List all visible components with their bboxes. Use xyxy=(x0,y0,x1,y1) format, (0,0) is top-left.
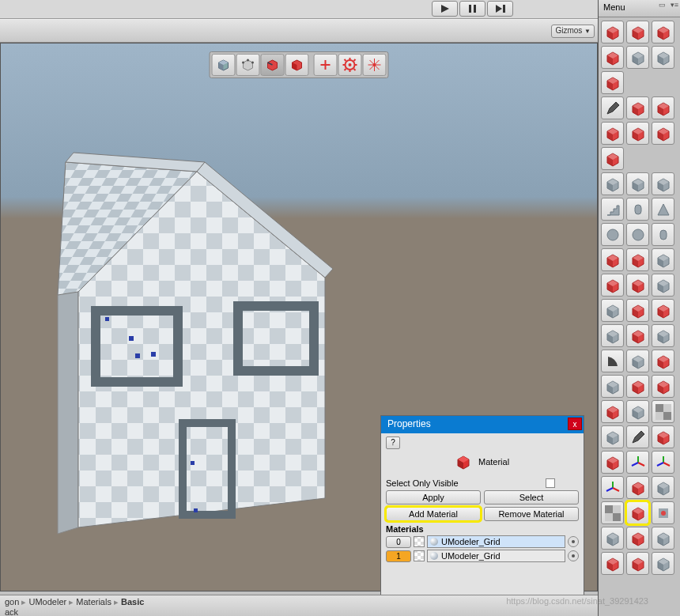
tool-cube-gray[interactable] xyxy=(626,172,649,195)
tool-red-disc[interactable] xyxy=(626,122,649,145)
properties-title-bar[interactable]: Properties x xyxy=(381,416,584,433)
menu-dropdown-icon[interactable]: ▾≡ xyxy=(671,1,678,9)
tool-gray-cube-small[interactable] xyxy=(652,248,674,271)
tool-red-cube-wire[interactable] xyxy=(652,21,674,43)
tool-cylinder[interactable] xyxy=(626,198,649,221)
tool-square-gray[interactable] xyxy=(652,476,674,499)
tool-pen[interactable] xyxy=(601,96,624,119)
properties-close-button[interactable]: x xyxy=(568,418,582,430)
add-button[interactable] xyxy=(314,54,338,76)
tool-stair-red[interactable] xyxy=(626,476,649,499)
tool-cube-half-red[interactable] xyxy=(626,299,649,322)
tool-red-up[interactable] xyxy=(626,248,649,271)
tool-stairs[interactable] xyxy=(601,198,624,221)
tool-red-gem[interactable] xyxy=(601,21,624,43)
tool-red-lines[interactable] xyxy=(652,375,674,398)
material-picker-1[interactable] xyxy=(568,550,579,561)
tool-cube-wire[interactable] xyxy=(601,425,624,448)
tool-cubes-red-gray[interactable] xyxy=(652,299,674,322)
step-button[interactable] xyxy=(487,1,513,17)
face-mode-button[interactable] xyxy=(285,54,309,76)
breadcrumb-item[interactable]: UModeler xyxy=(28,597,66,607)
tool-dark-shape[interactable] xyxy=(601,350,624,372)
edge-mode-button[interactable] xyxy=(261,54,285,76)
minimize-icon[interactable]: ▭ xyxy=(659,1,666,9)
tool-red-rotate[interactable] xyxy=(601,71,624,94)
remove-material-button[interactable]: Remove Material xyxy=(484,507,579,521)
tool-cube-gray3[interactable] xyxy=(601,299,624,322)
apply-button[interactable]: Apply xyxy=(386,490,481,505)
tool-arrow-up-red[interactable] xyxy=(601,46,624,69)
tool-knob[interactable] xyxy=(652,501,674,524)
tool-disc-lines[interactable] xyxy=(601,223,624,246)
tool-red-multi[interactable] xyxy=(601,552,624,575)
tool-checker2[interactable] xyxy=(601,501,624,524)
tool-axes-rgb2[interactable] xyxy=(652,451,674,474)
material-field-0[interactable]: UModeler_Grid xyxy=(427,535,565,548)
tool-cube-gray5[interactable] xyxy=(601,375,624,398)
tool-box-red[interactable] xyxy=(601,274,624,297)
tool-red-multi2[interactable] xyxy=(626,552,649,575)
tool-checker[interactable] xyxy=(652,400,674,423)
add-material-button[interactable]: Add Material xyxy=(386,507,481,521)
tool-gray-eraser[interactable] xyxy=(626,350,649,372)
tool-cube-gray6[interactable] xyxy=(626,400,649,423)
tool-box-red-up[interactable] xyxy=(626,274,649,297)
tool-red-chip[interactable] xyxy=(626,501,649,524)
tool-axes-rgb3[interactable] xyxy=(601,476,624,499)
tool-red-cube3[interactable] xyxy=(626,527,649,550)
vertex-mode-button[interactable] xyxy=(236,54,260,76)
pause-button[interactable] xyxy=(459,1,485,17)
tool-boxes-gray[interactable] xyxy=(652,274,674,297)
svg-rect-48 xyxy=(135,353,140,358)
tool-cube-gray4[interactable] xyxy=(601,324,624,347)
svg-rect-52 xyxy=(194,508,198,512)
gizmos-dropdown[interactable]: Gizmos ▼ xyxy=(551,25,595,38)
material-swatch-0[interactable] xyxy=(414,536,425,547)
tool-dots-red[interactable] xyxy=(601,451,624,474)
tool-gray-cube[interactable] xyxy=(626,46,649,69)
tool-red-cube-up[interactable] xyxy=(601,248,624,271)
tool-gray-cube7[interactable] xyxy=(601,527,624,550)
tool-cube-gray2[interactable] xyxy=(652,172,674,195)
material-picker-0[interactable] xyxy=(568,536,579,547)
tool-red-rect[interactable] xyxy=(601,147,624,170)
settings-button[interactable] xyxy=(338,54,362,76)
material-field-1[interactable]: UModeler_Grid xyxy=(427,550,565,562)
tool-sphere[interactable] xyxy=(626,223,649,246)
tool-red-door[interactable] xyxy=(652,425,674,448)
tool-curve-red[interactable] xyxy=(652,96,674,119)
tool-spheres-gray[interactable] xyxy=(601,172,624,195)
tool-gray-box[interactable] xyxy=(652,552,674,575)
tool-gray-cyl[interactable] xyxy=(652,527,674,550)
tool-line-red[interactable] xyxy=(626,96,649,119)
svg-line-188 xyxy=(606,488,613,491)
breadcrumb-item[interactable]: gon xyxy=(5,597,19,607)
tool-gray-cube-outline[interactable] xyxy=(652,46,674,69)
tool-axes-rgb[interactable] xyxy=(626,451,649,474)
pivot-button[interactable] xyxy=(363,54,387,76)
select-only-visible-checkbox[interactable] xyxy=(546,478,555,488)
tool-cubes-gray[interactable] xyxy=(652,324,674,347)
scene-viewport[interactable]: Properties x ? Material Select Only Visi… xyxy=(0,43,598,591)
tool-red-box-up[interactable] xyxy=(652,350,674,372)
tool-red-cube[interactable] xyxy=(626,21,649,43)
sidebar-header[interactable]: Menu ▭ ▾≡ xyxy=(599,0,680,17)
tool-cone[interactable] xyxy=(652,198,674,221)
object-mode-button[interactable] xyxy=(212,54,236,76)
tool-capsule[interactable] xyxy=(652,223,674,246)
select-button[interactable]: Select xyxy=(484,490,579,505)
tool-red-dot[interactable] xyxy=(626,324,649,347)
tool-red-fill[interactable] xyxy=(601,122,624,145)
tool-cube-open[interactable] xyxy=(626,425,649,448)
material-index-0[interactable]: 0 xyxy=(386,536,411,548)
tool-net-red[interactable] xyxy=(626,375,649,398)
material-index-1[interactable]: 1 xyxy=(386,550,411,562)
breadcrumb-item[interactable]: Materials xyxy=(76,597,111,607)
play-button[interactable] xyxy=(432,1,458,17)
help-button[interactable]: ? xyxy=(386,436,400,449)
tool-tri-red[interactable] xyxy=(601,400,624,423)
tool-red-stair[interactable] xyxy=(652,122,674,145)
breadcrumb-item[interactable]: Basic xyxy=(121,597,144,607)
material-swatch-1[interactable] xyxy=(414,550,425,561)
